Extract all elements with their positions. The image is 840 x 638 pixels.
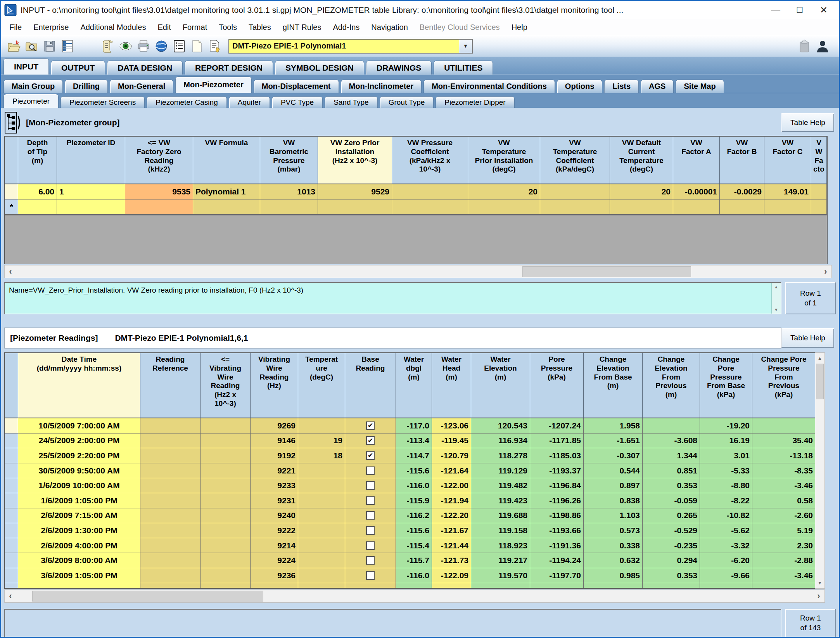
- base-reading-checkbox[interactable]: ✔: [366, 421, 375, 430]
- row-selector[interactable]: [5, 478, 18, 493]
- grid-cell[interactable]: -121.44: [432, 538, 471, 553]
- scroll-right-icon[interactable]: ›: [820, 267, 831, 277]
- grid-cell[interactable]: [298, 523, 345, 538]
- row-selector[interactable]: [5, 523, 18, 538]
- grid-cell[interactable]: -3.32: [700, 538, 752, 553]
- grid-cell[interactable]: -121.94: [432, 493, 471, 508]
- grid-cell[interactable]: [298, 538, 345, 553]
- grid-cell[interactable]: 3/6/2009 8:00:00 AM: [18, 553, 140, 568]
- menu-add-ins[interactable]: Add-Ins: [327, 19, 365, 35]
- grid-cell[interactable]: -8.22: [700, 493, 752, 508]
- grid-cell[interactable]: 0.353: [643, 568, 700, 583]
- grid-cell[interactable]: 0.338: [584, 538, 643, 553]
- grid-cell[interactable]: 3.01: [700, 448, 752, 463]
- grid-cell[interactable]: 0.353: [643, 478, 700, 493]
- grid-cell[interactable]: [610, 199, 673, 215]
- base-reading-checkbox[interactable]: [366, 571, 375, 580]
- grid-cell[interactable]: [140, 463, 200, 479]
- subtab-aquifer[interactable]: Aquifer: [229, 96, 270, 108]
- grid-cell[interactable]: -115.6: [396, 523, 432, 538]
- grid-cell[interactable]: -8.35: [752, 463, 816, 479]
- tab-utilities[interactable]: UTILITIES: [434, 61, 493, 75]
- base-reading-checkbox[interactable]: [366, 541, 375, 550]
- grid-cell[interactable]: 9222: [251, 523, 298, 538]
- grid-cell[interactable]: [140, 568, 200, 583]
- menu-bentley-cloud-services[interactable]: Bentley Cloud Services: [414, 19, 506, 35]
- grid-cell[interactable]: [200, 538, 251, 553]
- description-scrollbar[interactable]: ▲▼: [771, 283, 781, 314]
- grid-cell[interactable]: [200, 448, 251, 463]
- grid-cell[interactable]: [298, 493, 345, 508]
- grid-cell[interactable]: -3.608: [643, 433, 700, 449]
- grid-cell[interactable]: -1194.24: [530, 553, 584, 568]
- piezometer-selector-combo[interactable]: DMT-Piezo EPIE-1 Polynomial1 ▼: [228, 39, 473, 54]
- grid-cell[interactable]: 9221: [251, 463, 298, 479]
- grid-cell[interactable]: Polynomial 1: [193, 184, 260, 199]
- preview-button[interactable]: [117, 38, 135, 55]
- new-document-button[interactable]: [188, 38, 206, 55]
- grid-cell[interactable]: 5.19: [752, 523, 816, 538]
- list-button[interactable]: [170, 38, 188, 55]
- menu-tables[interactable]: Tables: [243, 19, 277, 35]
- grid-cell[interactable]: 9233: [251, 478, 298, 493]
- grid-cell[interactable]: -5.33: [700, 463, 752, 479]
- grid-cell[interactable]: 9192: [251, 448, 298, 463]
- grid-cell[interactable]: [540, 199, 610, 215]
- grid-cell[interactable]: [140, 493, 200, 508]
- grid-cell[interactable]: -3.46: [752, 568, 816, 583]
- grid-cell[interactable]: 18: [298, 448, 345, 463]
- grid-cell[interactable]: 2.30: [752, 538, 816, 553]
- grid-cell[interactable]: 116.934: [471, 433, 530, 449]
- row-selector[interactable]: [5, 184, 18, 199]
- grid-cell[interactable]: 9529: [318, 184, 392, 199]
- grid-cell[interactable]: 1.958: [584, 418, 643, 433]
- grid-cell[interactable]: -1185.03: [530, 448, 584, 463]
- menu-tools[interactable]: Tools: [213, 19, 243, 35]
- tab-mon-environmental-conditions[interactable]: Mon-Environmental Conditions: [423, 80, 555, 93]
- grid-cell[interactable]: [200, 508, 251, 524]
- subtab-piezometer-dipper[interactable]: Piezometer Dipper: [436, 96, 514, 108]
- grid-cell[interactable]: [193, 199, 260, 215]
- grid-cell[interactable]: 1/6/2009 1:05:00 PM: [18, 493, 140, 508]
- grid-cell[interactable]: 16.19: [700, 433, 752, 449]
- grid-cell[interactable]: -1193.37: [530, 463, 584, 479]
- grid-cell[interactable]: [764, 199, 811, 215]
- grid-cell[interactable]: [140, 478, 200, 493]
- grid-cell[interactable]: -1171.85: [530, 433, 584, 449]
- grid-cell[interactable]: [200, 523, 251, 538]
- grid-cell[interactable]: 6.00: [18, 184, 57, 199]
- lower-scrollbar-thumb[interactable]: [32, 591, 263, 602]
- grid-cell[interactable]: 2/6/2009 7:15:00 AM: [18, 508, 140, 524]
- row-selector[interactable]: [5, 568, 18, 583]
- grid-cell[interactable]: -0.307: [584, 448, 643, 463]
- grid-cell[interactable]: -115.7: [396, 553, 432, 568]
- menu-format[interactable]: Format: [177, 19, 213, 35]
- grid-cell[interactable]: -121.64: [432, 463, 471, 479]
- grid-cell[interactable]: 1/6/2009 10:00:00 AM: [18, 478, 140, 493]
- grid-cell[interactable]: 9269: [251, 418, 298, 433]
- grid-cell[interactable]: 0.294: [643, 553, 700, 568]
- subtab-piezometer[interactable]: Piezometer: [3, 94, 59, 108]
- menu-navigation[interactable]: Navigation: [365, 19, 414, 35]
- readings-scrollbar-thumb[interactable]: [816, 364, 824, 399]
- grid-cell[interactable]: [140, 523, 200, 538]
- grid-cell[interactable]: -1198.86: [530, 508, 584, 524]
- grid-cell[interactable]: -116.0: [396, 478, 432, 493]
- grid-cell[interactable]: [200, 493, 251, 508]
- upper-scrollbar-track[interactable]: [16, 265, 820, 278]
- grid-cell[interactable]: -1.651: [584, 433, 643, 449]
- print-button[interactable]: [135, 38, 152, 55]
- grid-cell[interactable]: 1: [57, 184, 125, 199]
- grid-cell[interactable]: -115.9: [396, 493, 432, 508]
- grid-cell[interactable]: 0.544: [584, 463, 643, 479]
- tab-mon-piezometer[interactable]: Mon-Piezometer: [175, 76, 251, 93]
- grid-cell[interactable]: 118.923: [471, 538, 530, 553]
- subtab-piezometer-casing[interactable]: Piezometer Casing: [147, 96, 227, 108]
- grid-cell[interactable]: [200, 433, 251, 449]
- row-selector[interactable]: [5, 433, 18, 449]
- grid-cell[interactable]: [392, 199, 468, 215]
- menu-additional-modules[interactable]: Additional Modules: [74, 19, 152, 35]
- grid-cell[interactable]: 1.344: [643, 448, 700, 463]
- grid-cell[interactable]: 119.158: [471, 523, 530, 538]
- grid-cell[interactable]: 20: [610, 184, 673, 199]
